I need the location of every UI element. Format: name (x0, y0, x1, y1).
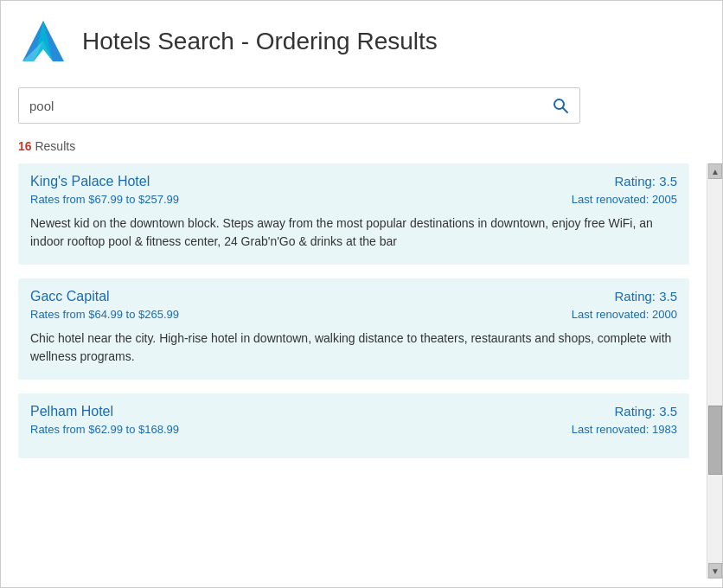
hotel-rates-row: Rates from $67.99 to $257.99 Last renova… (30, 193, 677, 206)
hotel-rating: Rating: 3.5 (614, 289, 677, 304)
hotel-rates: Rates from $67.99 to $257.99 (30, 193, 179, 206)
hotel-card: Gacc Capital Rating: 3.5 Rates from $64.… (18, 278, 689, 380)
hotel-name[interactable]: Gacc Capital (30, 289, 110, 304)
search-box (18, 87, 580, 124)
results-number: 16 (18, 139, 32, 153)
hotel-description: Newest kid on the downtown block. Steps … (30, 214, 677, 251)
page-wrapper: Hotels Search - Ordering Results 16 Resu… (0, 0, 723, 588)
hotel-renovated: Last renovated: 1983 (572, 423, 677, 436)
hotel-rating: Rating: 3.5 (614, 174, 677, 189)
hotel-rates-row: Rates from $64.99 to $265.99 Last renova… (30, 308, 677, 321)
results-count: 16 Results (1, 134, 722, 163)
hotel-renovated: Last renovated: 2005 (572, 193, 677, 206)
main-content: King's Palace Hotel Rating: 3.5 Rates fr… (1, 163, 707, 578)
hotel-rating: Rating: 3.5 (614, 404, 677, 419)
hotel-rates: Rates from $64.99 to $265.99 (30, 308, 179, 321)
scrollbar-up-button[interactable]: ▲ (708, 163, 722, 179)
hotel-header-row: King's Palace Hotel Rating: 3.5 (30, 174, 677, 189)
header: Hotels Search - Ordering Results (1, 1, 722, 79)
search-input[interactable] (19, 99, 541, 113)
hotel-header-row: Gacc Capital Rating: 3.5 (30, 289, 677, 304)
app-logo (18, 16, 68, 67)
svg-line-4 (563, 108, 567, 112)
search-icon (552, 97, 569, 114)
hotel-rates: Rates from $62.99 to $168.99 (30, 423, 179, 436)
outer-wrapper: King's Palace Hotel Rating: 3.5 Rates fr… (1, 163, 722, 578)
hotel-name[interactable]: Pelham Hotel (30, 404, 113, 419)
hotel-rates-row: Rates from $62.99 to $168.99 Last renova… (30, 423, 677, 436)
scrollbar[interactable]: ▲ ▼ (707, 163, 722, 578)
results-label: Results (32, 139, 76, 153)
hotel-card: King's Palace Hotel Rating: 3.5 Rates fr… (18, 163, 689, 265)
scrollbar-down-button[interactable]: ▼ (708, 563, 722, 578)
hotel-renovated: Last renovated: 2000 (572, 308, 677, 321)
hotel-header-row: Pelham Hotel Rating: 3.5 (30, 404, 677, 419)
hotel-card: Pelham Hotel Rating: 3.5 Rates from $62.… (18, 393, 689, 458)
scrollbar-thumb[interactable] (708, 406, 722, 475)
hotel-name[interactable]: King's Palace Hotel (30, 174, 150, 189)
hotel-description: Chic hotel near the city. High-rise hote… (30, 329, 677, 366)
search-area (1, 79, 722, 134)
search-button[interactable] (541, 88, 579, 123)
page-title: Hotels Search - Ordering Results (82, 28, 438, 55)
